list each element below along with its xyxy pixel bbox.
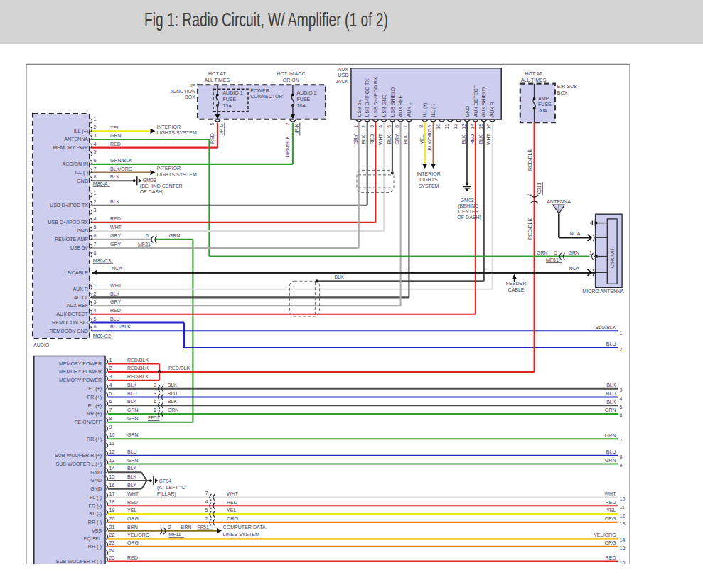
svg-text:BLU: BLU xyxy=(606,341,616,346)
svg-text:GRY: GRY xyxy=(110,233,121,238)
svg-text:1: 1 xyxy=(109,358,112,363)
svg-text:13: 13 xyxy=(620,521,626,526)
svg-text:ILL (-): ILL (-) xyxy=(75,170,88,176)
svg-text:19: 19 xyxy=(109,508,115,513)
svg-text:RED: RED xyxy=(127,500,138,505)
svg-text:GND: GND xyxy=(90,486,102,491)
svg-text:GRN/BLK: GRN/BLK xyxy=(110,158,132,163)
svg-text:BLK: BLK xyxy=(127,466,137,471)
svg-text:5: 5 xyxy=(94,149,97,154)
svg-text:YEL: YEL xyxy=(227,508,236,513)
svg-text:1: 1 xyxy=(589,250,592,255)
svg-text:USB D-/IPOD TX: USB D-/IPOD TX xyxy=(365,79,370,117)
svg-text:AUX R: AUX R xyxy=(73,287,88,292)
svg-text:9: 9 xyxy=(109,424,112,429)
svg-text:5: 5 xyxy=(554,250,557,255)
svg-text:25: 25 xyxy=(109,555,115,560)
svg-text:3: 3 xyxy=(94,208,97,213)
svg-text:RL (-): RL (-) xyxy=(89,511,102,517)
svg-text:YEL: YEL xyxy=(606,508,616,513)
svg-text:LIGHTS SYSTEM: LIGHTS SYSTEM xyxy=(157,130,198,135)
svg-text:GRY: GRY xyxy=(110,242,121,247)
svg-text:13: 13 xyxy=(461,124,466,129)
svg-text:OF DASH): OF DASH) xyxy=(140,189,164,195)
svg-text:13: 13 xyxy=(109,458,115,463)
svg-text:GM03: GM03 xyxy=(143,178,156,183)
svg-text:GND: GND xyxy=(77,228,88,233)
svg-text:EQ SEL: EQ SEL xyxy=(84,536,102,542)
svg-text:LIGHTS: LIGHTS xyxy=(419,177,438,182)
svg-text:2: 2 xyxy=(205,516,208,521)
svg-text:ALL TIMES: ALL TIMES xyxy=(521,77,547,82)
svg-text:BLK: BLK xyxy=(335,274,345,279)
svg-text:3: 3 xyxy=(109,374,112,379)
svg-text:SUB WOOFER R (+): SUB WOOFER R (+) xyxy=(55,453,102,459)
svg-text:F/CABLE: F/CABLE xyxy=(68,270,89,275)
svg-text:CENTER: CENTER xyxy=(458,209,479,214)
svg-text:6: 6 xyxy=(154,399,156,404)
svg-text:USB: USB xyxy=(338,73,349,77)
svg-text:BLK: BLK xyxy=(127,474,137,479)
svg-text:GRN: GRN xyxy=(110,133,122,138)
svg-text:9: 9 xyxy=(427,125,432,128)
svg-text:AUDIO 2: AUDIO 2 xyxy=(297,90,317,95)
svg-text:OR ON: OR ON xyxy=(283,77,299,82)
svg-text:4: 4 xyxy=(205,499,208,504)
svg-text:5: 5 xyxy=(109,391,112,396)
svg-text:RED/BLK: RED/BLK xyxy=(127,374,149,379)
svg-text:GF04: GF04 xyxy=(159,479,172,483)
svg-text:LIGHTS SYSTEM: LIGHTS SYSTEM xyxy=(157,172,198,177)
svg-text:ILL (+): ILL (+) xyxy=(422,102,428,117)
svg-text:GRN: GRN xyxy=(168,407,179,412)
svg-text:BOX: BOX xyxy=(557,90,568,95)
svg-text:BLK: BLK xyxy=(110,174,120,179)
svg-text:WHT: WHT xyxy=(604,491,616,496)
svg-text:BLU: BLU xyxy=(606,449,616,454)
svg-text:C211: C211 xyxy=(537,183,542,194)
svg-text:GRY: GRY xyxy=(110,299,121,304)
svg-text:10: 10 xyxy=(620,496,626,501)
svg-text:BOX: BOX xyxy=(185,95,195,100)
svg-text:3: 3 xyxy=(620,387,623,392)
svg-text:ORG: ORG xyxy=(127,540,139,545)
svg-text:ACC/ON IN: ACC/ON IN xyxy=(63,161,88,166)
svg-text:BLK: BLK xyxy=(361,134,366,144)
svg-text:BLK/ORG: BLK/ORG xyxy=(427,128,432,150)
svg-text:GRN: GRN xyxy=(127,458,139,463)
svg-text:4: 4 xyxy=(620,396,623,401)
svg-text:USB GND: USB GND xyxy=(382,95,387,117)
svg-text:M80-C3: M80-C3 xyxy=(93,258,111,263)
svg-text:WHT: WHT xyxy=(127,491,139,496)
svg-text:RR (+): RR (+) xyxy=(87,411,102,417)
svg-text:1: 1 xyxy=(620,331,623,336)
svg-text:6: 6 xyxy=(146,233,149,238)
svg-text:RL (+): RL (+) xyxy=(87,403,102,409)
svg-text:BLK: BLK xyxy=(403,134,408,144)
svg-text:15A: 15A xyxy=(222,103,232,108)
svg-text:8: 8 xyxy=(154,383,156,387)
svg-text:AUX REF: AUX REF xyxy=(66,303,88,308)
svg-text:FL (+): FL (+) xyxy=(88,386,102,392)
svg-text:23: 23 xyxy=(109,540,115,545)
svg-text:GRN/BLK: GRN/BLK xyxy=(285,135,290,157)
svg-text:I/P-K: I/P-K xyxy=(294,123,299,134)
svg-text:3: 3 xyxy=(94,299,97,304)
svg-text:21: 21 xyxy=(109,525,115,530)
svg-text:I/P: I/P xyxy=(189,83,195,88)
svg-text:INTERIOR: INTERIOR xyxy=(157,166,181,171)
svg-text:4: 4 xyxy=(94,216,97,221)
svg-text:BRN: BRN xyxy=(127,525,138,530)
svg-text:FUSE: FUSE xyxy=(222,97,236,102)
svg-text:NCA: NCA xyxy=(569,266,579,271)
svg-text:11: 11 xyxy=(444,124,449,129)
svg-text:8: 8 xyxy=(109,416,112,421)
svg-text:BLK: BLK xyxy=(168,399,178,404)
svg-text:GND: GND xyxy=(90,470,102,475)
svg-text:BLU: BLU xyxy=(606,391,616,396)
svg-text:RED: RED xyxy=(370,134,375,145)
svg-text:BLU: BLU xyxy=(127,391,137,396)
svg-text:7: 7 xyxy=(205,491,208,496)
svg-text:6: 6 xyxy=(94,158,97,163)
svg-text:4: 4 xyxy=(109,383,112,387)
svg-text:OF DASH): OF DASH) xyxy=(457,215,481,220)
